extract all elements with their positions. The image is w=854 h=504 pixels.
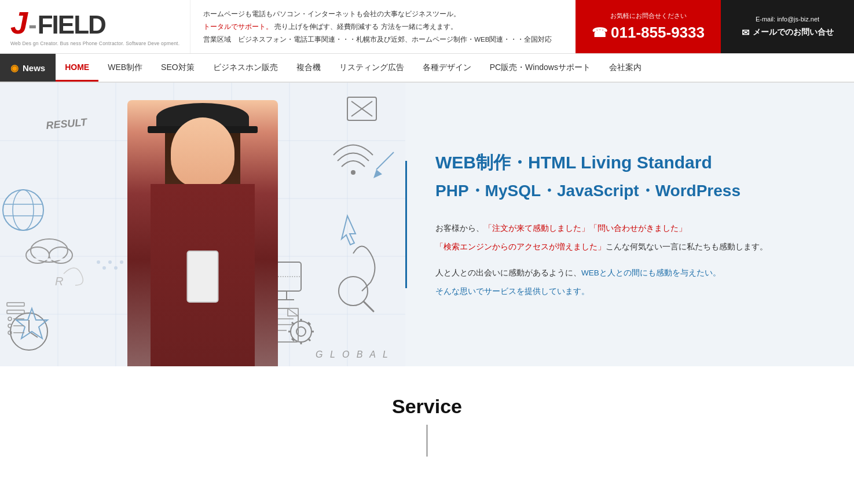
service-title: Service	[12, 395, 842, 418]
nav-item-company[interactable]: 会社案内	[600, 54, 651, 82]
hero-body-p3: 人と人との出会いに感動があるように、WEBと人との間にも感動を与えたい。	[435, 265, 831, 281]
contact-phone: ☎ 011-855-9333	[592, 24, 705, 42]
nav-link-copier[interactable]: 複合機	[287, 54, 330, 82]
svg-text:G L O B A L: G L O B A L	[316, 350, 390, 359]
nav-item-listing[interactable]: リスティング広告	[330, 54, 413, 82]
rss-icon: ◉	[10, 62, 19, 73]
nav-item-web[interactable]: WEB制作	[98, 54, 152, 82]
mail-icon: ✉	[742, 27, 749, 38]
contact-call[interactable]: お気軽にお問合せください ☎ 011-855-9333	[576, 0, 721, 53]
nav-link-biz-phone[interactable]: ビジネスホン販売	[204, 54, 287, 82]
svg-text:RESULT: RESULT	[46, 116, 89, 131]
nav-item-copier[interactable]: 複合機	[287, 54, 330, 82]
nav-link-design[interactable]: 各種デザイン	[413, 54, 481, 82]
service-title-underline	[427, 425, 427, 457]
main-nav: ◉ News HOME WEB制作 SEO対策 ビジネスホン販売 複合機 リステ…	[0, 54, 854, 83]
hero-quote1: 「注文が来て感動しました」	[484, 224, 589, 233]
tagline-line3: 営業区域 ビジネスフォン・電話工事関連・・・札幌市及び近郊、ホームページ制作・W…	[203, 34, 563, 45]
svg-point-72	[114, 266, 118, 270]
hero-section: RESULT	[0, 83, 854, 366]
svg-point-19	[26, 247, 49, 263]
svg-point-10	[3, 190, 43, 230]
nav-link-listing[interactable]: リスティング広告	[330, 54, 413, 82]
nav-item-design[interactable]: 各種デザイン	[413, 54, 481, 82]
news-label: News	[23, 63, 45, 73]
phone-number: 011-855-9333	[611, 24, 705, 42]
nav-item-seo[interactable]: SEO対策	[152, 54, 204, 82]
svg-point-29	[351, 170, 355, 175]
contact-call-label: お気軽にお問合せください	[610, 12, 687, 20]
news-badge: ◉ News	[0, 54, 56, 82]
svg-text:R: R	[55, 275, 63, 288]
nav-link-home[interactable]: HOME	[56, 54, 98, 82]
svg-line-46	[308, 339, 310, 341]
header-tagline: ホームページも電話もパソコン・インターネットも会社の大事なビジネスツール。 トー…	[190, 0, 576, 53]
logo-dash: -	[28, 10, 37, 39]
contact-email-link: ✉ メールでのお問い合せ	[742, 27, 834, 38]
email-link-text: メールでのお問い合せ	[753, 27, 834, 38]
hero-accent-bar	[405, 161, 407, 288]
svg-rect-61	[7, 310, 24, 314]
tagline-line2-suffix: 売り上げを伸ばす、経費削減する 方法を一緒に考えます。	[274, 23, 457, 30]
hero-body-p2: 「検索エンジンからのアクセスが増えました」こんな何気ない一言に私たちも感動します…	[435, 239, 831, 255]
hero-body: お客様から、「注文が来て感動しました」「問い合わせがきました」 「検索エンジンか…	[435, 220, 831, 300]
contact-email[interactable]: E-mail: info@js-biz.net ✉ メールでのお問い合せ	[721, 0, 854, 53]
svg-point-11	[13, 190, 34, 230]
tagline-line1: ホームページも電話もパソコン・インターネットも会社の大事なビジネスツール。	[203, 8, 563, 20]
nav-link-web[interactable]: WEB制作	[98, 54, 152, 82]
tagline-link[interactable]: トータルでサポート。	[203, 23, 273, 30]
svg-point-69	[97, 260, 100, 264]
svg-line-75	[376, 152, 394, 170]
svg-point-66	[8, 331, 12, 334]
nav-item-pc[interactable]: PC販売・Windowsサポート	[481, 54, 600, 82]
tagline-line2: トータルでサポート。 売り上げを伸ばす、経費削減する 方法を一緒に考えます。	[203, 21, 563, 32]
logo-sub: Web Des gn Creator. Bus ness Phone Contr…	[10, 41, 179, 46]
nav-menu: HOME WEB制作 SEO対策 ビジネスホン販売 複合機 リスティング広告 各…	[56, 54, 651, 82]
svg-point-70	[102, 266, 106, 270]
hero-body-p1: お客様から、「注文が来て感動しました」「問い合わせがきました」	[435, 220, 831, 237]
hero-body-middle: こんな何気ない一言に私たちも感動します。	[606, 242, 768, 251]
contact-email-addr: E-mail: info@js-biz.net	[756, 16, 819, 23]
service-section: Service	[0, 366, 854, 468]
hero-title-2: PHP・MySQL・JavaScript・WordPress	[435, 179, 831, 203]
nav-item-home[interactable]: HOME	[56, 54, 98, 82]
hero-quote2: 「問い合わせがきました」	[589, 224, 687, 233]
nav-link-pc[interactable]: PC販売・Windowsサポート	[481, 54, 600, 82]
svg-marker-30	[342, 216, 355, 245]
svg-point-71	[108, 260, 112, 264]
svg-point-73	[120, 260, 123, 264]
logo-j: J	[10, 7, 28, 38]
hero-title-1: WEB制作・HTML Living Standard	[435, 149, 831, 175]
phone-icon: ☎	[592, 25, 607, 41]
hero-blue1: WEBと人との間にも感動を与えたい。	[581, 268, 721, 277]
svg-point-20	[49, 247, 72, 263]
nav-item-biz-phone[interactable]: ビジネスホン販売	[204, 54, 287, 82]
svg-line-56	[364, 301, 373, 311]
hero-content: WEB制作・HTML Living Standard PHP・MySQL・Jav…	[405, 83, 854, 366]
hero-quote3: 「検索エンジンからのアクセスが増えました」	[435, 242, 606, 251]
hero-body-line3a: 人と人との出会いに感動があるように、	[435, 268, 581, 277]
hero-illustration: RESULT	[0, 83, 405, 366]
svg-marker-76	[373, 170, 382, 178]
logo-main: J - FIELD	[10, 7, 179, 39]
hero-person-image	[127, 100, 278, 366]
nav-link-company[interactable]: 会社案内	[600, 54, 651, 82]
logo-area: J - FIELD Web Des gn Creator. Bus ness P…	[0, 0, 190, 53]
hero-blue2: そんな思いでサービスを提供しています。	[435, 287, 589, 296]
svg-point-62	[8, 317, 12, 321]
svg-rect-60	[7, 303, 24, 306]
hero-body-intro: お客様から、	[435, 224, 484, 233]
nav-link-seo[interactable]: SEO対策	[152, 54, 204, 82]
hero-body-p4: そんな思いでサービスを提供しています。	[435, 284, 831, 300]
site-header: J - FIELD Web Des gn Creator. Bus ness P…	[0, 0, 854, 54]
logo-field: FIELD	[38, 10, 105, 39]
